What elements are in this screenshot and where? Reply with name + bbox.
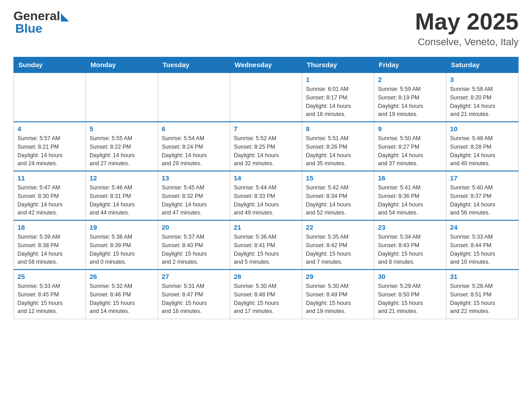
day-number: 14	[234, 174, 298, 182]
day-info: Sunrise: 5:54 AMSunset: 8:24 PMDaylight:…	[162, 134, 226, 168]
day-number: 11	[17, 174, 82, 182]
calendar-table: SundayMondayTuesdayWednesdayThursdayFrid…	[13, 57, 519, 319]
day-number: 1	[306, 76, 370, 83]
day-info: Sunrise: 5:55 AMSunset: 8:22 PMDaylight:…	[90, 134, 154, 168]
location-subtitle: Conselve, Veneto, Italy	[415, 36, 519, 48]
day-info: Sunrise: 5:59 AMSunset: 8:19 PMDaylight:…	[378, 85, 442, 119]
day-info: Sunrise: 5:28 AMSunset: 8:51 PMDaylight:…	[450, 282, 515, 316]
day-info: Sunrise: 5:38 AMSunset: 8:39 PMDaylight:…	[90, 233, 154, 266]
day-number: 4	[17, 125, 82, 133]
calendar-week-row: 18Sunrise: 5:39 AMSunset: 8:38 PMDayligh…	[14, 220, 519, 270]
day-info: Sunrise: 5:33 AMSunset: 8:44 PMDaylight:…	[450, 233, 515, 266]
day-info: Sunrise: 5:44 AMSunset: 8:33 PMDaylight:…	[234, 184, 298, 217]
day-info: Sunrise: 5:31 AMSunset: 8:47 PMDaylight:…	[162, 282, 226, 316]
weekday-header-wednesday: Wednesday	[230, 57, 302, 73]
calendar-cell: 15Sunrise: 5:42 AMSunset: 8:34 PMDayligh…	[302, 171, 374, 220]
calendar-cell: 11Sunrise: 5:47 AMSunset: 8:30 PMDayligh…	[14, 171, 86, 220]
day-info: Sunrise: 5:41 AMSunset: 8:36 PMDaylight:…	[378, 184, 442, 217]
day-number: 10	[450, 125, 515, 133]
calendar-cell: 25Sunrise: 5:33 AMSunset: 8:45 PMDayligh…	[14, 270, 86, 319]
calendar-cell: 2Sunrise: 5:59 AMSunset: 8:19 PMDaylight…	[374, 73, 446, 122]
day-info: Sunrise: 5:58 AMSunset: 8:20 PMDaylight:…	[450, 85, 515, 119]
calendar-week-row: 11Sunrise: 5:47 AMSunset: 8:30 PMDayligh…	[14, 171, 519, 220]
day-info: Sunrise: 5:51 AMSunset: 8:26 PMDaylight:…	[306, 134, 370, 168]
calendar-cell: 10Sunrise: 5:48 AMSunset: 8:28 PMDayligh…	[446, 122, 519, 171]
day-info: Sunrise: 5:45 AMSunset: 8:32 PMDaylight:…	[162, 184, 226, 217]
day-number: 18	[17, 223, 82, 231]
calendar-cell: 31Sunrise: 5:28 AMSunset: 8:51 PMDayligh…	[446, 270, 519, 319]
calendar-cell: 14Sunrise: 5:44 AMSunset: 8:33 PMDayligh…	[230, 171, 302, 220]
calendar-week-row: 25Sunrise: 5:33 AMSunset: 8:45 PMDayligh…	[14, 270, 519, 319]
day-info: Sunrise: 5:52 AMSunset: 8:25 PMDaylight:…	[234, 134, 298, 168]
calendar-cell	[230, 73, 302, 122]
day-number: 5	[90, 125, 154, 133]
day-info: Sunrise: 5:46 AMSunset: 8:31 PMDaylight:…	[90, 184, 154, 217]
day-number: 29	[306, 273, 370, 280]
weekday-header-friday: Friday	[374, 57, 446, 73]
calendar-cell: 9Sunrise: 5:50 AMSunset: 8:27 PMDaylight…	[374, 122, 446, 171]
calendar-cell: 20Sunrise: 5:37 AMSunset: 8:40 PMDayligh…	[158, 220, 230, 270]
calendar-cell: 1Sunrise: 6:01 AMSunset: 8:17 PMDaylight…	[302, 73, 374, 122]
weekday-header-tuesday: Tuesday	[158, 57, 230, 73]
calendar-cell: 28Sunrise: 5:30 AMSunset: 8:48 PMDayligh…	[230, 270, 302, 319]
calendar-cell: 16Sunrise: 5:41 AMSunset: 8:36 PMDayligh…	[374, 171, 446, 220]
day-number: 26	[90, 273, 154, 280]
calendar-cell: 4Sunrise: 5:57 AMSunset: 8:21 PMDaylight…	[14, 122, 86, 171]
calendar-cell: 6Sunrise: 5:54 AMSunset: 8:24 PMDaylight…	[158, 122, 230, 171]
day-info: Sunrise: 5:42 AMSunset: 8:34 PMDaylight:…	[306, 184, 370, 217]
day-number: 31	[450, 273, 515, 280]
calendar-cell: 3Sunrise: 5:58 AMSunset: 8:20 PMDaylight…	[446, 73, 519, 122]
day-info: Sunrise: 5:29 AMSunset: 8:50 PMDaylight:…	[378, 282, 442, 316]
weekday-header-thursday: Thursday	[302, 57, 374, 73]
weekday-header-monday: Monday	[86, 57, 158, 73]
page-header: General Blue May 2025 Conselve, Veneto, …	[13, 9, 519, 48]
calendar-cell: 18Sunrise: 5:39 AMSunset: 8:38 PMDayligh…	[14, 220, 86, 270]
day-info: Sunrise: 5:32 AMSunset: 8:46 PMDaylight:…	[90, 282, 154, 316]
calendar-cell: 7Sunrise: 5:52 AMSunset: 8:25 PMDaylight…	[230, 122, 302, 171]
calendar-cell: 17Sunrise: 5:40 AMSunset: 8:37 PMDayligh…	[446, 171, 519, 220]
day-info: Sunrise: 5:36 AMSunset: 8:41 PMDaylight:…	[234, 233, 298, 266]
day-info: Sunrise: 5:30 AMSunset: 8:48 PMDaylight:…	[234, 282, 298, 316]
calendar-cell: 13Sunrise: 5:45 AMSunset: 8:32 PMDayligh…	[158, 171, 230, 220]
calendar-cell: 23Sunrise: 5:34 AMSunset: 8:43 PMDayligh…	[374, 220, 446, 270]
day-number: 8	[306, 125, 370, 133]
day-number: 12	[90, 174, 154, 182]
day-number: 6	[162, 125, 226, 133]
title-block: May 2025 Conselve, Veneto, Italy	[415, 9, 519, 48]
calendar-cell	[14, 73, 86, 122]
calendar-header-row: SundayMondayTuesdayWednesdayThursdayFrid…	[14, 57, 519, 73]
day-number: 22	[306, 223, 370, 231]
day-info: Sunrise: 5:40 AMSunset: 8:37 PMDaylight:…	[450, 184, 515, 217]
calendar-cell	[158, 73, 230, 122]
calendar-week-row: 1Sunrise: 6:01 AMSunset: 8:17 PMDaylight…	[14, 73, 519, 122]
day-number: 16	[378, 174, 442, 182]
month-year-title: May 2025	[415, 9, 519, 34]
day-number: 15	[306, 174, 370, 182]
day-number: 13	[162, 174, 226, 182]
day-number: 20	[162, 223, 226, 231]
day-info: Sunrise: 5:33 AMSunset: 8:45 PMDaylight:…	[17, 282, 82, 316]
day-info: Sunrise: 5:57 AMSunset: 8:21 PMDaylight:…	[17, 134, 82, 168]
day-number: 25	[17, 273, 82, 280]
day-number: 24	[450, 223, 515, 231]
day-number: 23	[378, 223, 442, 231]
day-number: 28	[234, 273, 298, 280]
calendar-cell: 12Sunrise: 5:46 AMSunset: 8:31 PMDayligh…	[86, 171, 158, 220]
calendar-cell: 21Sunrise: 5:36 AMSunset: 8:41 PMDayligh…	[230, 220, 302, 270]
day-number: 17	[450, 174, 515, 182]
weekday-header-sunday: Sunday	[14, 57, 86, 73]
day-info: Sunrise: 5:35 AMSunset: 8:42 PMDaylight:…	[306, 233, 370, 266]
day-number: 9	[378, 125, 442, 133]
calendar-cell: 19Sunrise: 5:38 AMSunset: 8:39 PMDayligh…	[86, 220, 158, 270]
logo: General Blue	[13, 9, 69, 36]
day-number: 2	[378, 76, 442, 83]
calendar-cell: 30Sunrise: 5:29 AMSunset: 8:50 PMDayligh…	[374, 270, 446, 319]
calendar-cell: 27Sunrise: 5:31 AMSunset: 8:47 PMDayligh…	[158, 270, 230, 319]
logo-arrow-icon	[61, 13, 69, 21]
day-number: 7	[234, 125, 298, 133]
calendar-cell: 29Sunrise: 5:30 AMSunset: 8:49 PMDayligh…	[302, 270, 374, 319]
calendar-cell: 22Sunrise: 5:35 AMSunset: 8:42 PMDayligh…	[302, 220, 374, 270]
day-number: 3	[450, 76, 515, 83]
logo-blue-text: Blue	[15, 21, 69, 36]
day-info: Sunrise: 5:34 AMSunset: 8:43 PMDaylight:…	[378, 233, 442, 266]
